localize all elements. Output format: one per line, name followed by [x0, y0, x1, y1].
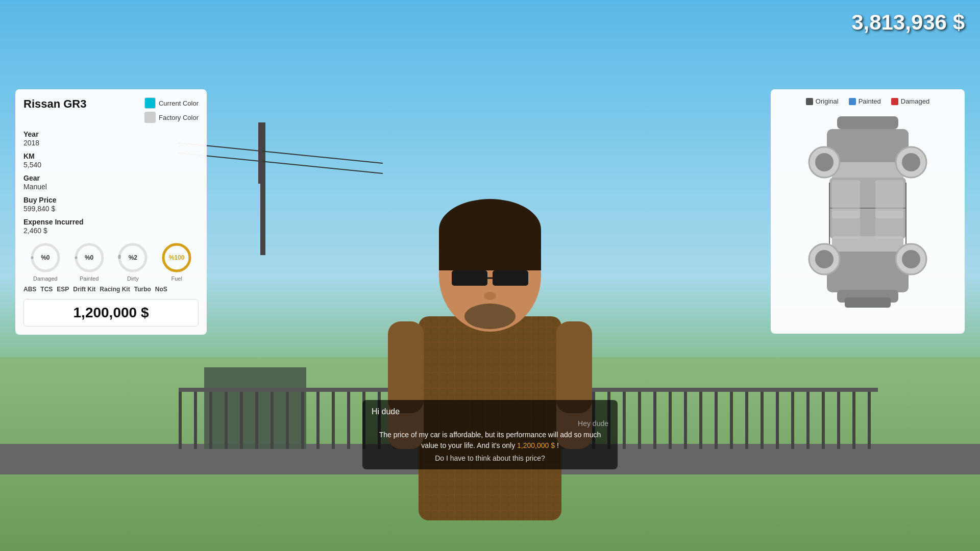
gauge-fuel: %100 Fuel	[161, 242, 192, 282]
gauge-fuel-circle: %100	[161, 242, 192, 273]
svg-rect-7	[439, 230, 541, 270]
legend-damaged-dot	[891, 98, 898, 105]
dialogue-body: The price of my car is affordable, but i…	[379, 431, 601, 449]
equip-drift: Drift Kit	[73, 286, 95, 293]
svg-rect-9	[493, 270, 528, 286]
year-value: 2018	[23, 139, 199, 147]
equip-tcs: TCS	[40, 286, 53, 293]
dialogue-question: Do I have to think about this price?	[372, 454, 608, 462]
factory-color-label: Factory Color	[159, 114, 199, 121]
km-value: 5,540	[23, 161, 199, 169]
legend-original: Original	[806, 97, 839, 105]
svg-point-43	[815, 250, 834, 268]
dialogue-box: Hi dude Hey dude The price of my car is …	[362, 400, 618, 469]
expense-label: Expense Incurred	[23, 218, 199, 226]
svg-line-1	[179, 153, 383, 173]
car-info-panel: Rissan GR3 Current Color Factory Color Y…	[15, 89, 207, 335]
hud-money: 3,813,936 $	[851, 10, 965, 35]
svg-point-11	[484, 292, 496, 300]
svg-rect-37	[845, 297, 891, 308]
equip-abs: ABS	[23, 286, 36, 293]
km-row: KM 5,540	[23, 152, 199, 169]
km-label: KM	[23, 152, 199, 160]
factory-color-swatch	[144, 112, 156, 123]
current-color-label: Current Color	[159, 99, 199, 107]
car-diagram-svg	[781, 111, 954, 325]
expense-row: Expense Incurred 2,460 $	[23, 218, 199, 235]
gear-row: Gear Manuel	[23, 174, 199, 191]
gauge-painted-text: %0	[85, 254, 93, 261]
gauge-fuel-text: %100	[169, 254, 185, 261]
gauge-painted: %0 Painted	[74, 242, 105, 282]
equip-racing: Racing Kit	[100, 286, 130, 293]
equipment-row: ABS TCS ESP Drift Kit Racing Kit Turbo N…	[23, 286, 199, 293]
legend-painted: Painted	[849, 97, 881, 105]
equip-esp: ESP	[57, 286, 69, 293]
svg-rect-52	[875, 211, 903, 239]
dialogue-main-text: The price of my car is affordable, but i…	[372, 430, 608, 451]
gauge-damaged: %0 Damaged	[30, 242, 61, 282]
sell-price: 1,200,000 $	[23, 299, 199, 327]
year-label: Year	[23, 130, 199, 138]
legend-damaged: Damaged	[891, 97, 929, 105]
svg-rect-15	[388, 321, 424, 413]
svg-point-12	[464, 304, 516, 329]
buy-price-row: Buy Price 599,840 $	[23, 196, 199, 213]
legend-original-dot	[806, 98, 813, 105]
svg-point-45	[902, 250, 920, 268]
diagram-legend: Original Painted Damaged	[779, 97, 957, 105]
gear-label: Gear	[23, 174, 199, 182]
dialogue-player-text: Hi dude	[372, 407, 608, 416]
gauge-painted-label: Painted	[80, 276, 99, 282]
svg-rect-16	[556, 321, 592, 413]
gauge-dirty-text: %2	[129, 254, 137, 261]
dialogue-price-highlight: 1,200,000 $	[517, 441, 555, 449]
gauges-row: %0 Damaged %0 Painted %2	[23, 242, 199, 282]
panel-header: Rissan GR3 Current Color Factory Color	[23, 97, 199, 123]
current-color-item: Current Color	[144, 97, 199, 109]
gauge-painted-circle: %0	[74, 242, 105, 273]
wires	[179, 122, 383, 184]
expense-value: 2,460 $	[23, 227, 199, 235]
year-row: Year 2018	[23, 130, 199, 147]
gear-value: Manuel	[23, 183, 199, 191]
car-name: Rissan GR3	[23, 97, 87, 111]
equip-nos: NoS	[155, 286, 167, 293]
svg-point-39	[815, 153, 834, 171]
gauge-damaged-label: Damaged	[33, 276, 58, 282]
svg-point-41	[902, 153, 920, 171]
svg-rect-8	[452, 270, 487, 286]
legend-painted-dot	[849, 98, 856, 105]
legend-painted-label: Painted	[859, 97, 881, 105]
dialogue-npc-name: Hey dude	[372, 419, 608, 428]
svg-rect-30	[837, 116, 898, 129]
svg-rect-34	[832, 236, 903, 254]
gauge-dirty-circle: %2	[117, 242, 149, 273]
color-indicators: Current Color Factory Color	[144, 97, 199, 123]
gauge-damaged-circle: %0	[30, 242, 61, 273]
svg-line-0	[179, 143, 383, 163]
dialogue-price-suffix: !	[557, 441, 559, 449]
factory-color-item: Factory Color	[144, 112, 199, 123]
svg-rect-51	[832, 211, 860, 239]
buy-price-label: Buy Price	[23, 196, 199, 204]
gauge-dirty: %2 Dirty	[117, 242, 149, 282]
car-diagram	[779, 111, 957, 325]
gauge-dirty-label: Dirty	[127, 276, 139, 282]
gauge-damaged-text: %0	[41, 254, 50, 261]
car-diagram-panel: Original Painted Damaged	[771, 89, 965, 334]
gauge-fuel-label: Fuel	[171, 276, 182, 282]
equip-turbo: Turbo	[134, 286, 151, 293]
legend-original-label: Original	[816, 97, 839, 105]
current-color-swatch	[144, 97, 156, 109]
legend-damaged-label: Damaged	[901, 97, 929, 105]
buy-price-value: 599,840 $	[23, 205, 199, 213]
